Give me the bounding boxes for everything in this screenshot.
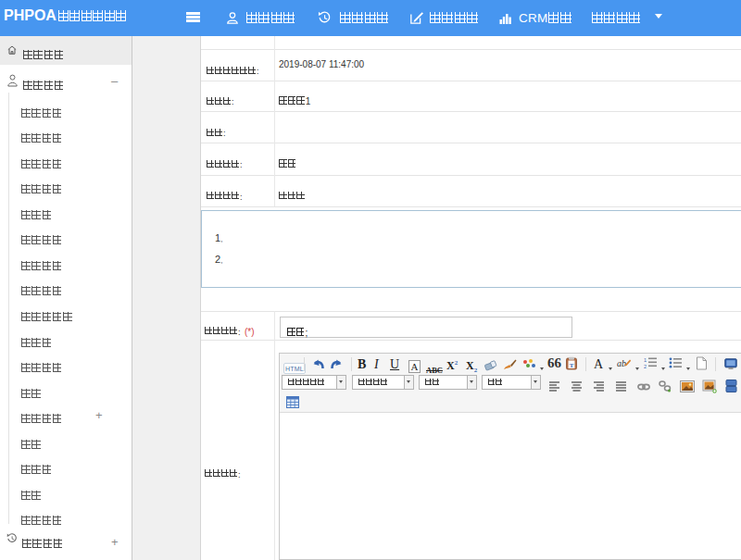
svg-text:ab: ab: [617, 358, 626, 368]
svg-text:T: T: [570, 362, 574, 369]
svg-text:1: 1: [644, 357, 647, 363]
svg-text:2: 2: [644, 364, 647, 369]
